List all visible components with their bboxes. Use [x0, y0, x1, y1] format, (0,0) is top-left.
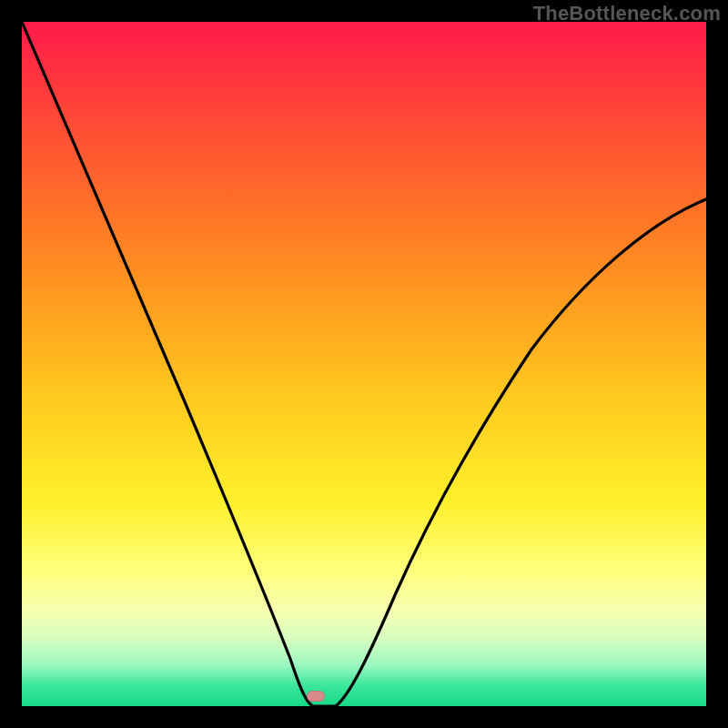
plot-area: [22, 22, 706, 706]
minimum-marker: [307, 691, 325, 702]
chart-frame: TheBottleneck.com: [0, 0, 728, 728]
bottleneck-curve-path: [22, 22, 706, 706]
curve-svg: [22, 22, 706, 706]
